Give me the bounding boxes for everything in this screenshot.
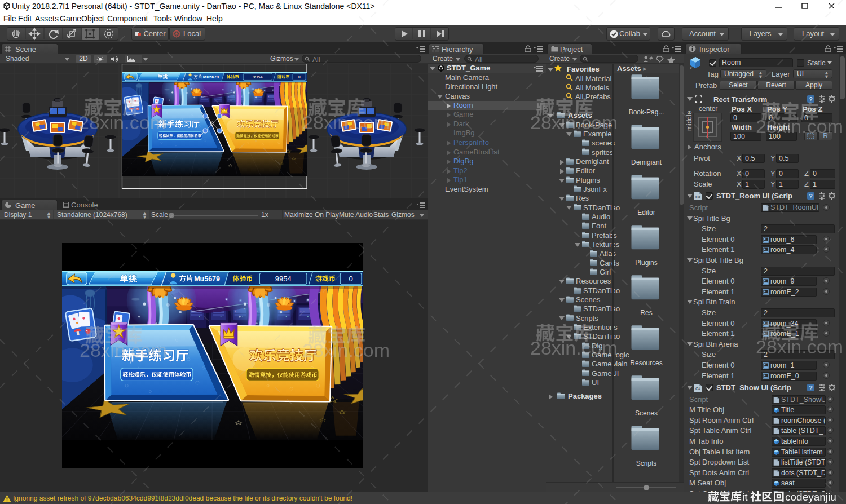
- svg-text:?: ?: [809, 193, 813, 200]
- svg-text:C#: C#: [695, 387, 700, 391]
- svg-text:?: ?: [809, 384, 813, 391]
- svg-text:?: ?: [809, 96, 813, 103]
- svg-text:C#: C#: [695, 195, 700, 199]
